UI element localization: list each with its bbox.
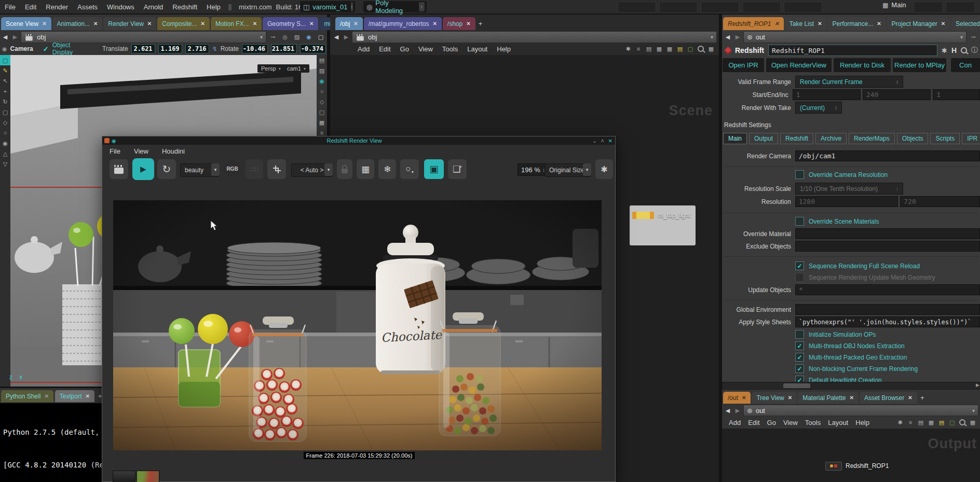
shelf-button[interactable] (659, 2, 698, 13)
out-canvas[interactable]: Output Redshift_ROP1 (722, 429, 980, 482)
tree-list-icon[interactable]: ≡ (633, 44, 644, 54)
chevron-down-icon[interactable]: ▾ (972, 408, 975, 414)
close-icon[interactable]: ✕ (42, 21, 46, 26)
rv-menu-file[interactable]: File (110, 147, 120, 155)
translate-z-field[interactable]: 2.716 (185, 44, 209, 53)
close-icon[interactable]: ✕ (877, 21, 881, 26)
tab-asset-browser[interactable]: Asset Browser✕ (860, 392, 917, 404)
resolution-scale-select[interactable]: 1/10 (One Tenth Resolution)↕ (795, 183, 903, 195)
back-icon[interactable]: ◀ (332, 33, 341, 42)
headlight-icon[interactable]: ○ (317, 86, 327, 97)
bucket-grid-button[interactable]: ▦ (357, 159, 374, 179)
desktop-tab-spinner[interactable]: ↕ (351, 2, 353, 11)
close-icon[interactable]: ✕ (742, 395, 746, 401)
axis-handle-icon[interactable]: ↯ (212, 45, 217, 52)
seq-full-reload-row[interactable]: ✓ Sequence Rendering Full Scene Reload (795, 261, 920, 270)
pen-tool-icon[interactable]: ✎ (0, 65, 10, 76)
forward-icon[interactable]: ▶ (11, 33, 19, 42)
stab-main[interactable]: Main (723, 133, 747, 144)
close-icon[interactable]: ✕ (774, 21, 779, 26)
pose-tool-icon[interactable]: ○ (0, 128, 10, 138)
chevron-down-icon[interactable]: ▾ (260, 34, 263, 40)
menu-assets[interactable]: Assets (73, 3, 102, 11)
color-icon[interactable]: ▢ (947, 417, 957, 428)
chevron-down-icon[interactable]: ▾ (711, 34, 713, 40)
misc-tool-icon[interactable]: ▽ (0, 159, 10, 169)
close-icon[interactable]: ✕ (850, 395, 854, 401)
display-opt-icon[interactable]: ▤ (317, 55, 327, 65)
thumb-grid-icon[interactable]: ▦ (706, 44, 716, 54)
gear-icon[interactable]: ✱ (942, 47, 947, 54)
camera-menu[interactable]: cam1 ▾ (283, 64, 309, 73)
back-icon[interactable]: ◀ (724, 33, 732, 42)
grid-icon[interactable]: ▦ (926, 417, 936, 428)
shadow-icon[interactable]: ◇ (317, 97, 327, 107)
checkbox-icon[interactable]: ✓ (795, 217, 804, 226)
end-field[interactable]: 240 (863, 89, 931, 100)
sphere-icon[interactable]: ◉ (304, 32, 314, 43)
close-icon[interactable]: ✕ (201, 21, 205, 26)
net-menu-view[interactable]: View (414, 45, 438, 53)
dither-button[interactable]: ∷∷ (246, 159, 263, 179)
node-name-field[interactable]: Redshift_ROP1 (768, 45, 937, 56)
shelf-button[interactable] (914, 2, 943, 13)
tab-redshift-rop1[interactable]: Redshift_ROP1✕ (723, 17, 784, 30)
search-icon[interactable] (957, 417, 968, 428)
houdini-icon[interactable]: H (951, 46, 957, 54)
inc-field[interactable]: 1 (933, 89, 980, 100)
close-icon[interactable]: ✕ (309, 21, 314, 26)
init-sim-ops-row[interactable]: ✓ Initialize Simulation OPs (795, 330, 876, 339)
new-tab-button[interactable]: + (477, 18, 485, 30)
tab-animation[interactable]: Animation...✕ (52, 17, 103, 30)
size-dropdown-button[interactable]: ▾ (583, 163, 591, 176)
close-icon[interactable]: ✕ (147, 21, 152, 26)
forward-icon[interactable]: ▶ (733, 33, 742, 42)
render-to-mplay-button[interactable]: Render to MPlay (893, 58, 946, 72)
close-icon[interactable]: ✕ (941, 21, 945, 26)
restart-render-button[interactable]: ↻ (157, 159, 176, 179)
desktop-tab-poly-modeling[interactable]: ◎ Poly Modeling ↕ (363, 1, 427, 12)
checkbox-checked-icon[interactable]: ✓ (795, 261, 804, 270)
tab-composite[interactable]: Composite...✕ (157, 17, 210, 30)
back-icon[interactable]: ◀ (724, 406, 732, 415)
grid2-icon[interactable]: ▦ (664, 44, 675, 54)
rotate-tool-icon[interactable]: ↻ (0, 97, 10, 107)
handle-tool-icon[interactable]: ◇ (0, 117, 10, 128)
move-tool-icon[interactable]: + (0, 86, 10, 97)
stab-output[interactable]: Output (749, 133, 778, 144)
resolution-h-field[interactable]: 720 (900, 196, 980, 207)
select-tool-icon[interactable]: ↖ (0, 76, 10, 86)
customize-icon[interactable]: ✱ (895, 417, 905, 428)
lock-button[interactable] (337, 159, 352, 179)
scale-tool-icon[interactable]: ▢ (0, 107, 10, 117)
pin-icon[interactable]: ⊸ (968, 32, 978, 43)
out-menu-layout[interactable]: Layout (824, 419, 852, 426)
render-to-disk-button[interactable]: Render to Disk (834, 58, 891, 72)
out-menu-edit[interactable]: Edit (744, 419, 763, 426)
close-icon[interactable]: ✕ (93, 21, 98, 26)
checkbox-checked-icon[interactable]: ✓ (795, 364, 804, 373)
checkbox-icon[interactable]: ✓ (795, 330, 804, 339)
net-menu-help[interactable]: Help (492, 45, 515, 53)
color-icon[interactable]: ▢ (685, 44, 696, 54)
tab-motion-fx[interactable]: Motion FX...✕ (211, 17, 262, 30)
snapshot-thumbnail[interactable] (137, 471, 159, 482)
global-environment-field[interactable] (795, 304, 980, 315)
open-ipr-button[interactable]: Open IPR (723, 58, 764, 72)
tab-python-shell[interactable]: Python Shell✕ (1, 390, 53, 402)
thumb-grid-icon[interactable]: ▦ (968, 417, 978, 428)
material-icon[interactable]: ▢ (317, 107, 327, 117)
close-icon[interactable]: ✕ (466, 21, 470, 26)
chevron-down-icon[interactable]: ▾ (960, 34, 963, 40)
update-objects-field[interactable]: * (795, 284, 980, 295)
menu-windows[interactable]: Windows (102, 3, 139, 11)
menu-help[interactable]: Help (202, 3, 225, 11)
out-menu-add[interactable]: Add (725, 419, 744, 426)
close-icon[interactable]: ✕ (44, 393, 48, 399)
stab-ipr[interactable]: IPR (962, 133, 980, 144)
override-material-field[interactable] (795, 228, 980, 239)
tab-mat-gummy-robertos[interactable]: /mat/gummy_robertos✕ (364, 17, 442, 30)
open-renderview-button[interactable]: Open RenderView (766, 58, 832, 72)
controls-button[interactable]: Con (951, 58, 980, 72)
close-icon[interactable]: ✕ (908, 395, 912, 401)
